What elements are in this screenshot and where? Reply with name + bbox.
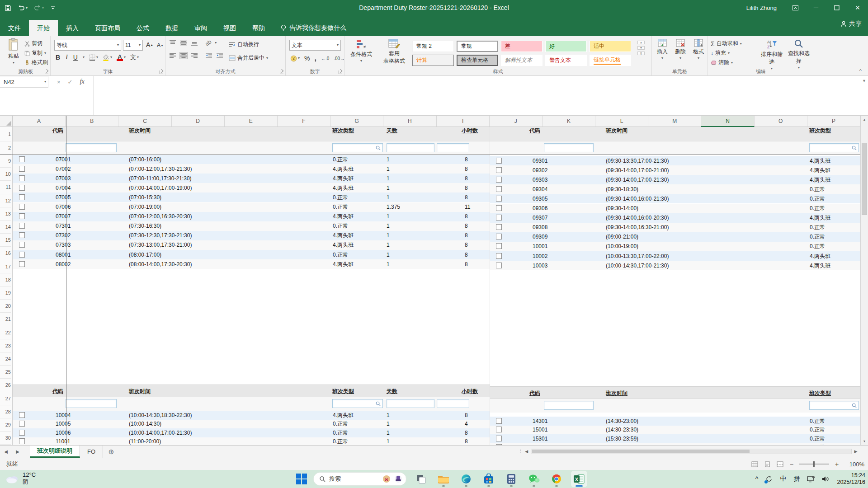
row-checkbox[interactable] bbox=[19, 185, 25, 191]
share-button[interactable]: 共享 bbox=[840, 20, 862, 28]
merge-center-dropdown[interactable]: ▾ bbox=[266, 56, 268, 60]
row-header-30[interactable]: 30 bbox=[0, 432, 11, 445]
scrollbar-splitter[interactable]: ⁞ bbox=[520, 449, 521, 454]
comma-style-button[interactable]: , bbox=[314, 54, 316, 62]
row-checkbox[interactable] bbox=[19, 438, 25, 444]
cell-style-normal-selected[interactable]: 常规 bbox=[457, 41, 498, 52]
format-painter-button[interactable]: 格式刷 bbox=[24, 58, 48, 67]
row-checkbox[interactable] bbox=[496, 196, 502, 202]
font-color-dropdown[interactable]: ▾ bbox=[124, 56, 126, 59]
name-box-dropdown[interactable]: ▾ bbox=[44, 80, 46, 84]
header-code[interactable]: 代码 bbox=[52, 388, 63, 395]
row-header-21[interactable]: 21 bbox=[0, 313, 11, 326]
autosum-dropdown[interactable]: ▾ bbox=[740, 42, 742, 46]
align-center-icon[interactable] bbox=[180, 52, 187, 59]
zoom-out-button[interactable]: − bbox=[788, 460, 795, 468]
collapse-ribbon-button[interactable]: ^ bbox=[859, 68, 862, 74]
filter-days-input[interactable] bbox=[387, 143, 434, 152]
row-header-26[interactable]: 26 bbox=[0, 379, 11, 392]
decrease-font-button[interactable]: A▼ bbox=[156, 42, 164, 49]
header-hours[interactable]: 小时数 bbox=[462, 388, 478, 395]
cell-style-calc[interactable]: 计算 bbox=[412, 55, 454, 66]
ribbon-tab-页面布局[interactable]: 页面布局 bbox=[87, 20, 128, 36]
filter-type-input[interactable] bbox=[809, 401, 859, 410]
percent-style-button[interactable]: % bbox=[304, 55, 310, 62]
wechat-button[interactable] bbox=[526, 471, 542, 487]
row-header-16[interactable]: 16 bbox=[0, 247, 11, 260]
accounting-dropdown[interactable]: ▾ bbox=[298, 56, 300, 60]
header-code[interactable]: 代码 bbox=[529, 127, 540, 135]
taskbar-clock[interactable]: 15:24 2025/12/16 bbox=[837, 472, 865, 486]
row-checkbox[interactable] bbox=[19, 213, 25, 219]
increase-indent-icon[interactable] bbox=[216, 52, 223, 59]
start-button[interactable] bbox=[296, 474, 307, 484]
conditional-formatting-dropdown[interactable]: ▾ bbox=[360, 59, 362, 63]
ribbon-tab-数据[interactable]: 数据 bbox=[157, 20, 186, 36]
format-cells-button[interactable]: 格式 ▾ bbox=[690, 39, 707, 60]
zoom-level[interactable]: 100% bbox=[844, 461, 864, 468]
scroll-right-arrow[interactable]: ▶ bbox=[852, 449, 860, 454]
normal-view-button[interactable] bbox=[750, 460, 759, 468]
header-shift-time[interactable]: 班次时间 bbox=[129, 388, 151, 395]
row-header-14[interactable]: 14 bbox=[0, 221, 11, 234]
taskbar-search-box[interactable]: 搜索 bbox=[313, 472, 406, 486]
page-break-view-button[interactable] bbox=[776, 460, 784, 468]
ribbon-tab-审阅[interactable]: 审阅 bbox=[186, 20, 215, 36]
row-checkbox[interactable] bbox=[496, 167, 502, 173]
align-bottom-icon[interactable] bbox=[191, 40, 198, 46]
row-checkbox[interactable] bbox=[496, 215, 502, 221]
tray-hidden-icons-button[interactable]: ^ bbox=[755, 475, 759, 483]
header-shift-type[interactable]: 班次类型 bbox=[332, 127, 354, 135]
cancel-entry-button[interactable]: × bbox=[57, 79, 61, 85]
name-box[interactable]: N42 ▾ bbox=[0, 76, 48, 88]
filter-days-input[interactable] bbox=[387, 399, 434, 408]
row-header-19[interactable]: 19 bbox=[0, 286, 11, 300]
font-color-button[interactable]: A ▾ bbox=[117, 54, 126, 61]
filter-type-input[interactable] bbox=[332, 399, 383, 408]
ime-language-button[interactable]: 中 bbox=[780, 475, 786, 483]
row-checkbox[interactable] bbox=[496, 186, 502, 192]
row-header-18[interactable]: 18 bbox=[0, 273, 11, 286]
header-shift-type[interactable]: 班次类型 bbox=[809, 127, 831, 135]
volume-icon[interactable] bbox=[822, 476, 830, 482]
row-header-24[interactable]: 24 bbox=[0, 352, 11, 366]
row-checkbox[interactable] bbox=[19, 166, 25, 172]
conditional-formatting-button[interactable]: ≠ 条件格式 ▾ bbox=[346, 39, 376, 63]
cell-style-explain[interactable]: 解释性文本 bbox=[501, 55, 542, 66]
copy-button[interactable]: 复制 ▾ bbox=[24, 48, 48, 58]
row-header-15[interactable]: 15 bbox=[0, 234, 11, 247]
align-top-icon[interactable] bbox=[169, 40, 176, 46]
fill-color-button[interactable]: ▾ bbox=[103, 54, 112, 61]
filter-hours-input[interactable] bbox=[437, 143, 469, 152]
row-header-29[interactable]: 29 bbox=[0, 418, 11, 432]
cell-style-warn[interactable]: 警告文本 bbox=[545, 55, 587, 66]
header-days[interactable]: 天数 bbox=[387, 127, 397, 135]
filter-code-input[interactable] bbox=[66, 399, 117, 408]
row-header-11[interactable]: 11 bbox=[0, 181, 11, 194]
zoom-slider-thumb[interactable] bbox=[813, 461, 815, 467]
header-shift-time[interactable]: 班次时间 bbox=[129, 127, 151, 135]
microsoft-store-button[interactable] bbox=[481, 471, 497, 487]
orientation-icon[interactable]: ab bbox=[204, 38, 212, 47]
cell-style-link[interactable]: 链接单元格 bbox=[590, 55, 631, 66]
filter-code-input[interactable] bbox=[544, 143, 594, 152]
select-all-corner[interactable] bbox=[0, 116, 13, 127]
delete-cells-button[interactable]: 删除 ▾ bbox=[672, 39, 689, 60]
row-checkbox[interactable] bbox=[496, 436, 502, 441]
sheet-prev-button[interactable]: ◀ bbox=[0, 446, 12, 458]
zoom-in-button[interactable]: + bbox=[834, 460, 840, 468]
decrease-decimal-button[interactable]: .00→ bbox=[334, 56, 344, 61]
phonetic-button[interactable]: 文 ▾ bbox=[130, 53, 139, 61]
row-checkbox[interactable] bbox=[19, 194, 25, 200]
cell-style-check[interactable]: 检查单元格 bbox=[457, 55, 498, 66]
delete-cells-dropdown[interactable]: ▾ bbox=[679, 56, 681, 60]
cut-button[interactable]: 剪切 bbox=[24, 39, 48, 48]
wrap-text-button[interactable]: 自动换行 bbox=[229, 40, 259, 49]
increase-font-button[interactable]: A▲ bbox=[146, 41, 154, 49]
cell-style-neutral[interactable]: 适中 bbox=[590, 41, 631, 52]
accounting-format-button[interactable]: ¥ ▾ bbox=[290, 55, 300, 62]
decrease-indent-icon[interactable] bbox=[205, 52, 212, 59]
fill-color-dropdown[interactable]: ▾ bbox=[110, 56, 112, 59]
ribbon-tab-公式[interactable]: 公式 bbox=[128, 20, 157, 36]
scroll-down-arrow[interactable]: ▼ bbox=[861, 437, 868, 445]
